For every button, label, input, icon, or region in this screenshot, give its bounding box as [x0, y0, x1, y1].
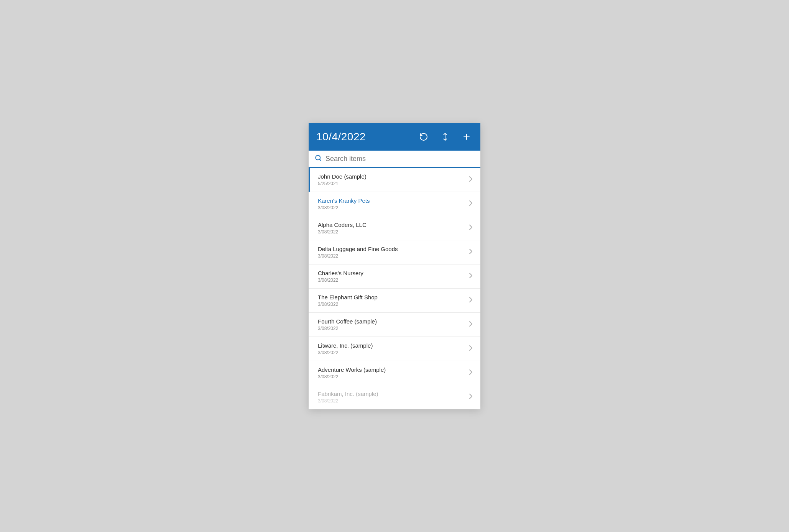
item-name: Fabrikam, Inc. (sample)	[318, 391, 466, 397]
chevron-right-icon	[469, 321, 473, 328]
list-item-content: John Doe (sample)5/25/2021	[318, 173, 466, 186]
header-actions	[418, 131, 473, 143]
item-name: John Doe (sample)	[318, 173, 466, 180]
list-item[interactable]: John Doe (sample)5/25/2021	[309, 168, 480, 192]
list-item-content: Charles's Nursery3/08/2022	[318, 270, 466, 283]
search-bar	[309, 151, 480, 168]
list-item-content: Fabrikam, Inc. (sample)3/08/2022	[318, 391, 466, 404]
chevron-right-icon	[469, 297, 473, 304]
chevron-right-icon	[469, 200, 473, 208]
list-item-content: Delta Luggage and Fine Goods3/08/2022	[318, 246, 466, 259]
list-item-content: Litware, Inc. (sample)3/08/2022	[318, 342, 466, 355]
item-date: 3/08/2022	[318, 205, 466, 210]
item-name: Charles's Nursery	[318, 270, 466, 276]
list-item-content: Adventure Works (sample)3/08/2022	[318, 366, 466, 379]
item-date: 3/08/2022	[318, 302, 466, 307]
item-date: 3/08/2022	[318, 253, 466, 259]
header-date: 10/4/2022	[316, 131, 366, 143]
item-name: Karen's Kranky Pets	[318, 197, 466, 204]
list-item-content: Fourth Coffee (sample)3/08/2022	[318, 318, 466, 331]
chevron-right-icon	[469, 369, 473, 377]
search-input[interactable]	[325, 155, 474, 163]
item-name: The Elephant Gift Shop	[318, 294, 466, 300]
list-item[interactable]: Delta Luggage and Fine Goods3/08/2022	[309, 240, 480, 264]
chevron-right-icon	[469, 273, 473, 280]
item-date: 3/08/2022	[318, 277, 466, 283]
phone-app: 10/4/2022	[309, 123, 480, 409]
item-date: 3/08/2022	[318, 374, 466, 379]
chevron-right-icon	[469, 248, 473, 256]
list-item-content: Alpha Coders, LLC3/08/2022	[318, 222, 466, 235]
item-date: 5/25/2021	[318, 181, 466, 186]
list-item[interactable]: Charles's Nursery3/08/2022	[309, 264, 480, 289]
chevron-right-icon	[469, 176, 473, 184]
svg-line-4	[319, 159, 321, 160]
search-icon	[315, 154, 322, 163]
list-item[interactable]: Karen's Kranky Pets3/08/2022	[309, 192, 480, 216]
list-item[interactable]: Fourth Coffee (sample)3/08/2022	[309, 313, 480, 337]
chevron-right-icon	[469, 224, 473, 232]
item-name: Litware, Inc. (sample)	[318, 342, 466, 349]
chevron-right-icon	[469, 393, 473, 401]
item-name: Fourth Coffee (sample)	[318, 318, 466, 325]
list-item[interactable]: The Elephant Gift Shop3/08/2022	[309, 289, 480, 313]
items-list: John Doe (sample)5/25/2021Karen's Kranky…	[309, 168, 480, 409]
refresh-button[interactable]	[418, 131, 430, 143]
item-date: 3/08/2022	[318, 350, 466, 355]
list-item[interactable]: Fabrikam, Inc. (sample)3/08/2022	[309, 385, 480, 409]
chevron-right-icon	[469, 345, 473, 353]
sort-button[interactable]	[439, 131, 451, 143]
app-header: 10/4/2022	[309, 123, 480, 151]
item-name: Delta Luggage and Fine Goods	[318, 246, 466, 252]
list-item-content: Karen's Kranky Pets3/08/2022	[318, 197, 466, 210]
add-button[interactable]	[460, 131, 473, 143]
list-item[interactable]: Litware, Inc. (sample)3/08/2022	[309, 337, 480, 361]
item-name: Alpha Coders, LLC	[318, 222, 466, 228]
item-date: 3/08/2022	[318, 229, 466, 235]
list-item[interactable]: Alpha Coders, LLC3/08/2022	[309, 216, 480, 240]
item-date: 3/08/2022	[318, 398, 466, 404]
list-item-content: The Elephant Gift Shop3/08/2022	[318, 294, 466, 307]
item-name: Adventure Works (sample)	[318, 366, 466, 373]
list-item[interactable]: Adventure Works (sample)3/08/2022	[309, 361, 480, 385]
item-date: 3/08/2022	[318, 326, 466, 331]
